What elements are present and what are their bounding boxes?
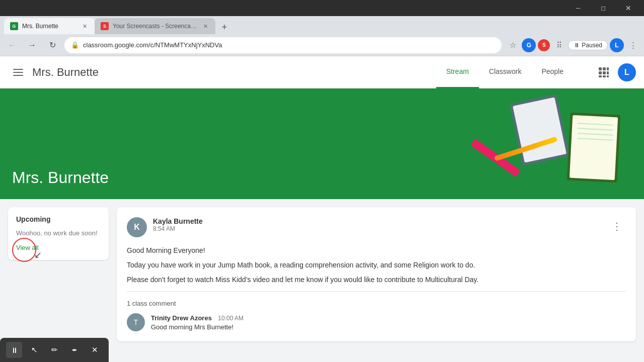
svg-rect-1	[13, 72, 23, 73]
extensions-icon[interactable]: ⠿	[552, 38, 566, 52]
classroom-favicon: G	[10, 22, 18, 30]
app: Mrs. Burnette Stream Classwork People	[0, 56, 644, 362]
comment-content: Trinity Drew Azores 10:00 AM Good mornin…	[151, 313, 626, 331]
screencast-marker-button[interactable]: ✒	[66, 342, 83, 358]
back-button[interactable]: ←	[4, 37, 20, 53]
upcoming-empty-text: Woohoo, no work due soon!	[16, 229, 101, 237]
app-title: Mrs. Burnette	[32, 66, 99, 79]
nav-people[interactable]: People	[531, 56, 574, 88]
chrome-menu-icon[interactable]: ⋮	[626, 38, 640, 52]
comment-avatar: T	[127, 313, 145, 331]
comment-author: Trinity Drew Azores	[151, 314, 212, 322]
pen-icon: ✏	[51, 345, 58, 354]
svg-rect-2	[13, 75, 23, 76]
lock-icon: 🔒	[71, 41, 79, 49]
banner-illustration	[433, 88, 644, 199]
screencast-toolbar: ⏸ ↖ ✏ ✒ ✕	[0, 338, 109, 362]
new-tab-button[interactable]: +	[217, 20, 231, 34]
view-all-container: View all ↙	[16, 244, 39, 251]
google-account-icon[interactable]: G	[522, 38, 536, 52]
post-avatar: K	[127, 217, 147, 237]
forward-button[interactable]: →	[24, 37, 40, 53]
tab-label-2: Your Screencasts - Screencastify	[113, 23, 197, 30]
svg-rect-9	[599, 75, 602, 77]
nav-bar: ← → ↻ 🔒 classroom.google.com/c/NTMwMTYxN…	[0, 34, 644, 56]
svg-rect-5	[607, 67, 609, 70]
paused-badge[interactable]: ⏸ Paused	[568, 40, 608, 50]
tab-screencastify[interactable]: S Your Screencasts - Screencastify ✕	[95, 18, 215, 34]
comment-count: 1 class comment	[127, 300, 626, 307]
post-divider	[127, 291, 626, 292]
post-header: K Kayla Burnette 8:54 AM ⋮	[127, 217, 626, 237]
post-card: K Kayla Burnette 8:54 AM ⋮ Good Morning …	[117, 207, 636, 341]
post-time: 8:54 AM	[153, 225, 203, 232]
post-author-name: Kayla Burnette	[153, 217, 203, 225]
screencast-pen-button[interactable]: ✏	[46, 342, 62, 358]
svg-rect-6	[599, 71, 602, 74]
google-apps-icon[interactable]	[594, 62, 614, 82]
user-avatar[interactable]: L	[618, 63, 636, 81]
post-body-line2: Today you have work in your Jump Math bo…	[127, 260, 626, 270]
post-menu-button[interactable]: ⋮	[608, 217, 626, 235]
tab-label-1: Mrs. Burnette	[22, 23, 76, 30]
content-area: Upcoming Woohoo, no work due soon! View …	[0, 199, 644, 349]
comment-section: 1 class comment T Trinity Drew Azores 10…	[127, 298, 626, 331]
maximize-button[interactable]: ◻	[592, 0, 615, 16]
svg-rect-8	[607, 71, 609, 74]
screencast-cursor-button[interactable]: ↖	[26, 342, 42, 358]
post-author-info: Kayla Burnette 8:54 AM	[153, 217, 203, 232]
app-header: Mrs. Burnette Stream Classwork People	[0, 56, 644, 88]
svg-rect-11	[607, 75, 609, 77]
class-banner: Mrs. Burnette	[0, 88, 644, 199]
extension-icon-1[interactable]: S	[538, 39, 550, 51]
comment-item: T Trinity Drew Azores 10:00 AM Good morn…	[127, 313, 626, 331]
view-all-circle-highlight	[12, 238, 36, 262]
banner-title: Mrs. Burnette	[12, 168, 109, 187]
svg-rect-4	[603, 67, 606, 70]
bookmark-icon[interactable]: ☆	[506, 38, 520, 52]
svg-rect-7	[603, 71, 606, 74]
close-icon: ✕	[92, 345, 98, 354]
tab-close-2[interactable]: ✕	[201, 22, 209, 30]
address-text: classroom.google.com/c/NTMwMTYxNjYxNDVa	[83, 41, 222, 49]
nav-classwork[interactable]: Classwork	[479, 56, 532, 88]
post-body-line3: Please don't forget to watch Miss Kidd's…	[127, 275, 626, 285]
nav-stream[interactable]: Stream	[436, 56, 479, 88]
main-content: Mrs. Burnette	[0, 88, 644, 362]
paused-icon: ⏸	[574, 42, 580, 49]
svg-rect-0	[13, 69, 23, 70]
marker-icon: ✒	[72, 346, 77, 354]
main-feed: K Kayla Burnette 8:54 AM ⋮ Good Morning …	[117, 207, 636, 341]
pause-icon: ⏸	[11, 346, 18, 354]
paused-label: Paused	[582, 42, 602, 49]
close-button[interactable]: ✕	[617, 0, 640, 16]
svg-rect-3	[599, 67, 602, 70]
comment-text: Good morning Mrs Burnette!	[151, 323, 626, 331]
upcoming-card: Upcoming Woohoo, no work due soon! View …	[8, 207, 109, 260]
refresh-button[interactable]: ↻	[44, 37, 60, 53]
sidebar: Upcoming Woohoo, no work due soon! View …	[8, 207, 109, 341]
address-bar[interactable]: 🔒 classroom.google.com/c/NTMwMTYxNjYxNDV…	[64, 37, 502, 53]
post-body-line1: Good Morning Everyone!	[127, 245, 626, 256]
comment-time: 10:00 AM	[218, 315, 244, 322]
upcoming-title: Upcoming	[16, 215, 101, 223]
screencast-pause-button[interactable]: ⏸	[6, 342, 22, 358]
cursor-icon: ↖	[31, 345, 38, 354]
hamburger-menu[interactable]	[8, 62, 28, 82]
minimize-button[interactable]: ─	[567, 0, 590, 16]
screencastify-favicon: S	[101, 22, 109, 30]
tab-close-1[interactable]: ✕	[80, 22, 89, 30]
screencast-close-button[interactable]: ✕	[87, 342, 103, 358]
chrome-user-avatar[interactable]: L	[610, 38, 624, 52]
tab-bar: G Mrs. Burnette ✕ S Your Screencasts - S…	[0, 16, 644, 34]
browser-chrome: ─ ◻ ✕ G Mrs. Burnette ✕ S Your Screencas…	[0, 0, 644, 56]
app-nav: Stream Classwork People	[436, 56, 574, 88]
title-bar: ─ ◻ ✕	[0, 0, 644, 16]
svg-rect-10	[603, 75, 606, 77]
tab-mrs-burnette[interactable]: G Mrs. Burnette ✕	[4, 18, 95, 34]
